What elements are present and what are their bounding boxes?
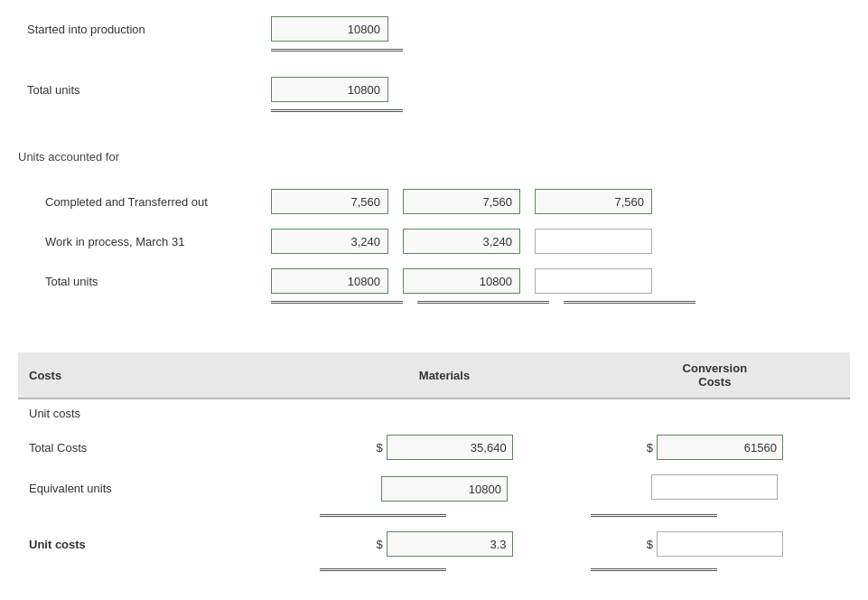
units-accounted-header: Units accounted for <box>18 145 850 167</box>
started-production-input[interactable]: 10800 <box>271 16 388 42</box>
total-units-accounted-label: Total units <box>18 275 271 288</box>
total-costs-row: Total Costs $ 35,640 $ 61560 <box>18 427 850 467</box>
top-section: Started into production 10800 Total unit… <box>18 9 850 112</box>
equivalent-units-conv-wrapper <box>651 474 778 500</box>
unit-costs-label: Unit costs <box>18 398 850 427</box>
unit-costs-mat-cell: $ 3.3 <box>309 524 579 564</box>
equivalent-units-conv-input[interactable] <box>651 474 778 500</box>
started-production-row: Started into production 10800 <box>18 9 850 49</box>
total-units-accounted-row: Total units 10800 10800 <box>18 261 850 301</box>
unit-costs-mat-input[interactable]: 3.3 <box>387 531 513 557</box>
total-units-accounted-input1[interactable]: 10800 <box>271 268 388 294</box>
equivalent-units-label: Equivalent units <box>18 467 309 510</box>
total-units-accounted-input3[interactable] <box>535 268 652 294</box>
unit-costs-row: Unit costs $ 3.3 $ <box>18 524 850 564</box>
unit-costs-conv-wrapper: $ <box>647 531 783 557</box>
equivalent-units-mat-input[interactable]: 10800 <box>381 476 508 502</box>
wip-input3[interactable] <box>535 229 652 254</box>
unit-costs-underline-row <box>18 564 850 578</box>
total-costs-label: Total Costs <box>18 427 309 467</box>
cost-header-conversion: Conversion Costs <box>580 352 850 398</box>
total-units-row: Total units 10800 <box>18 70 850 109</box>
completed-transferred-label: Completed and Transferred out <box>18 195 271 209</box>
cost-table-section: Costs Materials Conversion Costs Unit co… <box>18 352 850 578</box>
units-accounted-section: Units accounted for Completed and Transf… <box>18 145 850 304</box>
wip-label: Work in process, March 31 <box>18 235 271 248</box>
total-costs-mat-dollar: $ <box>376 441 382 455</box>
completed-transferred-row: Completed and Transferred out 7,560 7,56… <box>18 182 850 221</box>
wip-input2[interactable]: 3,240 <box>403 229 520 254</box>
equivalent-units-mat-cell: 10800 <box>309 467 579 510</box>
equivalent-units-mat-wrapper: 10800 <box>381 476 508 502</box>
unit-costs-mat-dollar: $ <box>376 538 382 551</box>
unit-costs-label-row: Unit costs <box>18 398 850 427</box>
total-costs-conv-input-wrapper: $ 61560 <box>647 435 783 460</box>
completed-transferred-input1[interactable]: 7,560 <box>271 189 388 214</box>
total-costs-conv-dollar: $ <box>647 441 653 455</box>
total-units-input[interactable]: 10800 <box>271 77 388 102</box>
wip-input1[interactable]: 3,240 <box>271 229 388 254</box>
equivalent-units-conv-cell <box>580 467 850 510</box>
started-production-label: Started into production <box>18 23 271 36</box>
unit-costs-conv-dollar: $ <box>647 538 653 551</box>
total-costs-mat-input[interactable]: 35,640 <box>387 435 513 460</box>
completed-transferred-input3[interactable]: 7,560 <box>535 189 652 214</box>
total-costs-mat-input-wrapper: $ 35,640 <box>376 435 512 460</box>
double-underline-row <box>18 510 850 524</box>
cost-header-materials: Materials <box>309 352 579 398</box>
unit-costs-conv-input[interactable] <box>657 531 783 557</box>
total-costs-mat-cell: $ 35,640 <box>309 427 579 467</box>
wip-row: Work in process, March 31 3,240 3,240 <box>18 221 850 261</box>
unit-costs-mat-wrapper: $ 3.3 <box>376 531 512 557</box>
total-units-accounted-input2[interactable]: 10800 <box>403 268 520 294</box>
total-units-label: Total units <box>18 83 271 97</box>
unit-costs-conv-cell: $ <box>580 524 850 564</box>
cost-header-costs: Costs <box>18 352 309 398</box>
total-costs-conv-input[interactable]: 61560 <box>657 435 783 460</box>
total-costs-conv-cell: $ 61560 <box>580 427 850 467</box>
cost-table-header-row: Costs Materials Conversion Costs <box>18 352 850 398</box>
cost-table: Costs Materials Conversion Costs Unit co… <box>18 352 850 578</box>
completed-transferred-input2[interactable]: 7,560 <box>403 189 520 214</box>
unit-costs-row-label: Unit costs <box>18 524 309 564</box>
equivalent-units-row: Equivalent units 10800 <box>18 467 850 510</box>
